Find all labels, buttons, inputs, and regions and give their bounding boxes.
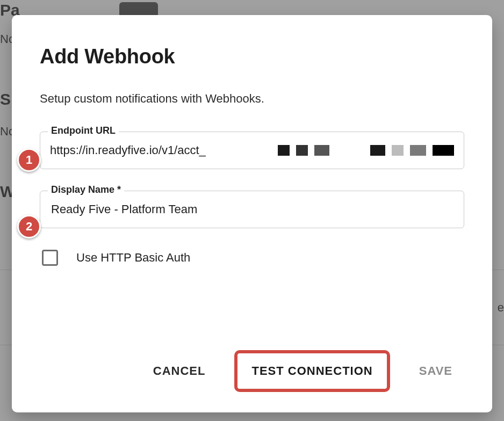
modal-subtitle: Setup custom notifications with Webhooks… [40,92,464,106]
modal-title: Add Webhook [40,45,464,68]
display-name-field[interactable]: Display Name * [40,191,464,228]
modal-actions: CANCEL TEST CONNECTION SAVE [143,350,462,392]
redaction-block [392,145,404,156]
basic-auth-label: Use HTTP Basic Auth [76,251,190,265]
redaction-block [433,145,454,156]
redaction-block [410,145,426,156]
endpoint-url-prefix: https://in.readyfive.io/v1/acct_ [50,143,206,157]
callout-marker-2: 2 [17,215,41,238]
add-webhook-modal: Add Webhook Setup custom notifications w… [12,15,492,412]
basic-auth-row[interactable]: Use HTTP Basic Auth [42,250,464,266]
endpoint-url-value-row: https://in.readyfive.io/v1/acct_ [50,143,454,157]
cancel-button[interactable]: CANCEL [143,353,215,389]
display-name-input[interactable] [50,202,454,217]
callout-marker-1: 1 [17,148,41,172]
endpoint-url-label: Endpoint URL [48,125,119,136]
redaction-block [296,145,308,156]
endpoint-url-redacted [278,145,454,156]
redaction-block [370,145,385,156]
save-button[interactable]: SAVE [409,353,462,389]
redaction-block [278,145,290,156]
basic-auth-checkbox[interactable] [42,250,58,266]
redaction-block [314,145,329,156]
endpoint-url-field[interactable]: Endpoint URL https://in.readyfive.io/v1/… [40,132,464,169]
test-connection-button[interactable]: TEST CONNECTION [234,350,390,392]
display-name-label: Display Name * [48,184,124,195]
